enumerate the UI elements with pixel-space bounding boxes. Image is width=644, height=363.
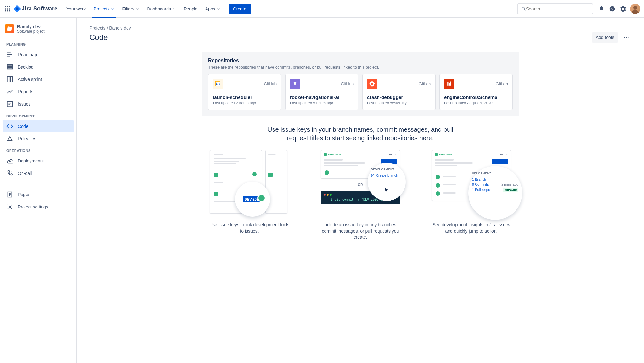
svg-point-9 (522, 7, 525, 10)
add-tools-button[interactable]: Add tools (592, 32, 618, 43)
sidebar-item-project-settings[interactable]: Project settings (3, 201, 74, 213)
sidebar-item-issues[interactable]: Issues (3, 98, 74, 110)
on-call-icon (6, 170, 13, 177)
user-avatar[interactable] (630, 4, 640, 14)
issues-icon (6, 101, 13, 108)
svg-rect-4 (7, 8, 8, 9)
project-subtitle: Software project (17, 29, 45, 34)
project-header[interactable]: Bancly dev Software project (3, 24, 74, 39)
jira-logo[interactable]: Jira Software (13, 5, 57, 13)
svg-point-27 (371, 83, 373, 85)
roadmap-icon (6, 51, 13, 58)
nav-filters[interactable]: Filters (119, 4, 142, 13)
more-actions-button[interactable] (621, 32, 631, 43)
nav-your-work[interactable]: Your work (63, 4, 89, 13)
releases-icon (6, 135, 13, 142)
create-button[interactable]: Create (229, 4, 251, 14)
illustration-3: DEV-2095 ••• ✕ (432, 150, 511, 217)
help-icon[interactable]: ? (607, 4, 617, 14)
svg-rect-14 (7, 66, 13, 68)
chevron-down-icon (217, 7, 220, 11)
sidebar-item-pages[interactable]: Pages (3, 188, 74, 201)
project-sidebar: Bancly dev Software project PLANNING Roa… (0, 18, 77, 363)
nav-projects[interactable]: Projects (90, 4, 118, 13)
breadcrumb-projects[interactable]: Projects (89, 25, 106, 30)
notifications-icon[interactable] (596, 4, 607, 14)
svg-rect-15 (7, 68, 13, 69)
logo-text: Jira Software (22, 5, 57, 12)
breadcrumb: Projects / Bancly dev (89, 25, 631, 30)
breadcrumb-project[interactable]: Bancly dev (109, 25, 131, 30)
repo-icon (444, 79, 454, 89)
illustration-1: DEV-2095 (210, 150, 289, 217)
svg-point-36 (371, 176, 372, 177)
svg-rect-13 (7, 65, 13, 66)
svg-text:?: ? (611, 7, 613, 11)
sidebar-item-backlog[interactable]: Backlog (3, 61, 74, 73)
sidebar-item-active-sprint[interactable]: Active sprint (3, 73, 74, 85)
repo-card[interactable]: GitHub rocket-navigational-ai Last updat… (285, 74, 358, 110)
repositories-panel: Repositories These are the repositories … (202, 52, 519, 116)
svg-rect-16 (7, 77, 13, 82)
chevron-down-icon (136, 7, 140, 11)
settings-icon[interactable] (618, 4, 628, 14)
svg-point-21 (626, 37, 627, 38)
project-name: Bancly dev (17, 24, 45, 29)
repo-icon (290, 79, 300, 89)
repositories-subtitle: These are the repositories that have com… (208, 65, 513, 69)
search-icon (521, 6, 526, 11)
repo-card[interactable]: GitHub launch-scheduler Last updated 2 h… (208, 74, 281, 110)
page-title: Code (89, 33, 108, 42)
nav-people[interactable]: People (181, 4, 201, 13)
svg-rect-0 (5, 6, 6, 7)
svg-rect-31 (373, 83, 375, 84)
svg-point-22 (628, 37, 628, 38)
svg-rect-6 (5, 10, 6, 11)
board-icon (6, 76, 13, 83)
sidebar-item-deployments[interactable]: Deployments (3, 155, 74, 167)
svg-rect-34 (450, 82, 451, 86)
app-switcher-icon[interactable] (4, 5, 11, 13)
svg-point-20 (624, 37, 625, 38)
sidebar-item-code[interactable]: Code (3, 120, 74, 132)
svg-rect-7 (7, 10, 8, 11)
svg-rect-8 (9, 10, 10, 11)
repo-name: launch-scheduler (213, 95, 277, 100)
nav-items: Your work Projects Filters Dashboards Pe… (63, 4, 251, 14)
main-content: Projects / Bancly dev Code Add tools Rep… (77, 18, 644, 363)
repo-updated: Last updated 5 hours ago (290, 101, 354, 105)
code-icon (6, 123, 13, 130)
sidebar-item-roadmap[interactable]: Roadmap (3, 49, 74, 61)
more-icon (623, 34, 629, 41)
repo-provider: GitLab (419, 82, 431, 86)
chevron-down-icon (172, 7, 176, 11)
repo-card[interactable]: GitLab engineControlsSchema Last updated… (439, 74, 513, 110)
svg-rect-33 (449, 83, 450, 86)
nav-dashboards[interactable]: Dashboards (144, 4, 180, 13)
repo-name: rocket-navigational-ai (290, 95, 354, 100)
top-navigation: Jira Software Your work Projects Filters… (0, 0, 644, 18)
sidebar-heading-planning: PLANNING (3, 39, 74, 48)
info-card-3: DEV-2095 ••• ✕ (424, 150, 519, 241)
search-input[interactable] (526, 6, 589, 11)
svg-rect-2 (9, 6, 10, 7)
search-box[interactable] (517, 3, 593, 14)
chevron-down-icon (111, 7, 115, 11)
branch-icon (371, 174, 375, 177)
illustration-2: DEV-2095 ••• ✕ (321, 150, 400, 217)
reports-icon (6, 88, 13, 95)
svg-rect-5 (9, 8, 10, 9)
info-caption-3: See development insights in Jira issues … (430, 222, 513, 234)
sidebar-item-releases[interactable]: Releases (3, 133, 74, 145)
svg-rect-30 (370, 83, 371, 84)
project-icon (5, 24, 14, 33)
repo-updated: Last updated August 9, 2020 (444, 101, 508, 105)
instructions-heading: Use issue keys in your branch names, com… (262, 125, 459, 142)
nav-apps[interactable]: Apps (202, 4, 224, 13)
svg-point-24 (293, 82, 294, 83)
gear-icon (6, 203, 13, 210)
sidebar-item-reports[interactable]: Reports (3, 86, 74, 98)
repo-card[interactable]: GitLab crash-debugger Last updated yeste… (362, 74, 436, 110)
svg-point-12 (633, 6, 637, 10)
sidebar-item-on-call[interactable]: On-call (3, 167, 74, 179)
